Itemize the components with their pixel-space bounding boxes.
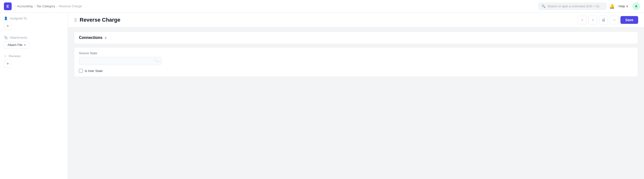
search-icon: 🔍	[542, 4, 546, 8]
attach-file-label: Attach File	[8, 43, 22, 47]
breadcrumb: › Accounting › Tax Category › Reverse Ch…	[14, 4, 536, 8]
page-title: Reverse Charge	[80, 17, 120, 23]
assigned-to-title: 👤 Assigned To	[4, 17, 64, 20]
top-nav: E › Accounting › Tax Category › Reverse …	[0, 0, 644, 13]
content-area: ☰ Reverse Charge ‹ › 🖨 ··· Save	[68, 13, 644, 179]
avatar[interactable]: A	[632, 3, 640, 10]
next-icon: ›	[592, 18, 594, 22]
print-button[interactable]: 🖨	[599, 16, 608, 24]
main-layout: 👤 Assigned To + 📎 Attachments Attach Fil…	[0, 13, 644, 179]
source-state-body: Source State ⌃⌄ Is Inter State	[74, 47, 638, 77]
page-header-right: ‹ › 🖨 ··· Save	[578, 16, 638, 24]
assigned-to-section: 👤 Assigned To +	[4, 17, 64, 30]
attach-plus-icon: +	[24, 43, 26, 47]
print-icon: 🖨	[602, 18, 606, 22]
sidebar: 👤 Assigned To + 📎 Attachments Attach Fil…	[0, 13, 68, 179]
add-review-button[interactable]: +	[4, 60, 12, 68]
nav-right: 🔔 Help ∨ A	[609, 3, 640, 10]
search-placeholder-text: Search or type a command (Ctrl + G)	[547, 4, 599, 8]
add-assigned-button[interactable]: +	[4, 22, 12, 30]
more-icon: ···	[613, 18, 616, 22]
content-scroll: Connections ∨ Source State ⌃⌄	[68, 28, 644, 179]
connections-card: Connections ∨	[74, 31, 638, 44]
search-bar[interactable]: 🔍 Search or type a command (Ctrl + G)	[538, 3, 606, 10]
connections-chevron-icon: ∨	[104, 36, 107, 40]
attachments-icon: 📎	[4, 36, 8, 39]
reviews-title: ☆ Reviews	[4, 54, 64, 58]
add-icon: +	[6, 24, 9, 29]
breadcrumb-tax-category[interactable]: Tax Category	[36, 4, 55, 8]
reviews-section: ☆ Reviews +	[4, 54, 64, 68]
page-header-left: ☰ Reverse Charge	[74, 17, 578, 23]
more-button[interactable]: ···	[610, 16, 618, 24]
save-button[interactable]: Save	[620, 16, 638, 24]
help-chevron-icon: ∨	[626, 4, 628, 8]
source-state-select[interactable]	[79, 57, 162, 65]
help-menu[interactable]: Help ∨	[618, 4, 628, 8]
app-logo[interactable]: E	[4, 3, 12, 10]
notification-bell[interactable]: 🔔	[609, 4, 614, 9]
attach-file-button[interactable]: Attach File +	[4, 41, 30, 48]
breadcrumb-current: Reverse Charge	[59, 4, 82, 8]
attachments-title: 📎 Attachments	[4, 36, 64, 39]
is-inter-state-row: Is Inter State	[79, 69, 633, 73]
assigned-to-icon: 👤	[4, 17, 8, 20]
is-inter-state-label: Is Inter State	[85, 69, 103, 73]
connections-title: Connections	[79, 36, 102, 40]
prev-icon: ‹	[582, 18, 583, 22]
attachments-section: 📎 Attachments Attach File +	[4, 36, 64, 48]
source-state-card: Source State ⌃⌄ Is Inter State	[74, 47, 638, 77]
prev-button[interactable]: ‹	[578, 16, 586, 24]
connections-card-header[interactable]: Connections ∨	[74, 32, 638, 44]
next-button[interactable]: ›	[588, 16, 597, 24]
breadcrumb-accounting[interactable]: Accounting	[17, 4, 32, 8]
source-state-select-wrapper: ⌃⌄	[79, 57, 162, 65]
page-header: ☰ Reverse Charge ‹ › 🖨 ··· Save	[68, 13, 644, 28]
add-review-icon: +	[6, 61, 9, 66]
reviews-icon: ☆	[4, 54, 7, 58]
source-state-label: Source State	[79, 51, 633, 55]
is-inter-state-checkbox[interactable]	[79, 69, 83, 73]
menu-icon[interactable]: ☰	[74, 18, 77, 22]
